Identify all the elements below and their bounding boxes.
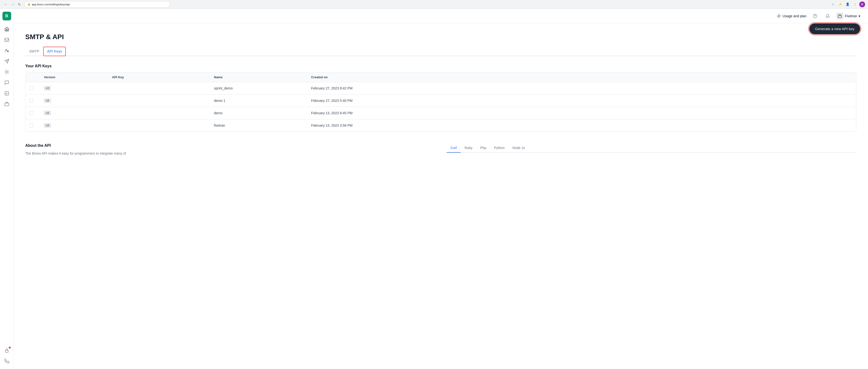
version-badge-0: v3 xyxy=(44,86,51,90)
generate-api-key-button[interactable]: Generate a new API key xyxy=(809,23,860,34)
sidebar-item-integrations[interactable] xyxy=(2,99,12,109)
back-button[interactable]: ← xyxy=(3,1,9,7)
notification-icon[interactable] xyxy=(824,12,832,20)
code-tab-ruby[interactable]: Ruby xyxy=(461,143,476,153)
sidebar-item-send[interactable] xyxy=(2,56,12,66)
svg-point-1 xyxy=(6,49,7,50)
cell-apikey-3 xyxy=(108,121,210,129)
browser-right: ☆ ⚡ 👤 ⋮ R xyxy=(830,1,865,7)
svg-rect-6 xyxy=(5,350,8,352)
code-tab-curl[interactable]: Curl xyxy=(446,143,461,153)
table-row: v3 sprint_demo February 27, 2023 8:42 PM xyxy=(26,82,856,94)
menu-icon[interactable]: ⋮ xyxy=(852,1,858,7)
cell-created-1: February 27, 2023 5:40 PM xyxy=(307,95,856,107)
table-header: Version API Key Name Created on xyxy=(26,73,856,82)
code-tabs: Curl Ruby Php Python Node Js xyxy=(446,143,856,153)
sidebar-item-automation[interactable] xyxy=(2,67,12,77)
api-keys-section: Your API Keys Version API Key Name Creat… xyxy=(25,64,856,132)
code-tab-php[interactable]: Php xyxy=(476,143,490,153)
lock-icon: 🔒 xyxy=(27,3,30,6)
code-tab-nodejs[interactable]: Node Js xyxy=(508,143,529,153)
help-icon[interactable] xyxy=(811,12,819,20)
col-created-on: Created on xyxy=(307,73,856,82)
usage-plan-icon xyxy=(777,14,781,18)
sidebar-bottom xyxy=(2,346,12,366)
browser-nav: ← → ↻ xyxy=(3,1,22,7)
sidebar-logo[interactable]: B xyxy=(2,12,11,21)
cell-created-3: February 13, 2023 3:56 PM xyxy=(307,120,856,131)
usage-plan-label: Usage and plan xyxy=(782,14,806,18)
row-checkbox-0[interactable] xyxy=(29,86,33,90)
version-badge-2: v3 xyxy=(44,111,51,115)
cell-version-3: v3 xyxy=(40,119,108,132)
table-row: v3 fivetran February 13, 2023 3:56 PM xyxy=(26,119,856,132)
row-checkbox-1[interactable] xyxy=(29,99,33,103)
api-keys-section-title: Your API Keys xyxy=(25,64,856,68)
cell-name-1: demo 1 xyxy=(210,95,307,107)
url-text: app.brevo.com/settings/keys/api xyxy=(32,3,70,6)
extension-icon[interactable]: ⚡ xyxy=(837,1,843,7)
sidebar-item-security[interactable] xyxy=(2,346,12,356)
cell-checkbox-3[interactable] xyxy=(26,120,40,131)
sidebar-item-conversations[interactable] xyxy=(2,78,12,87)
sidebar-item-campaigns[interactable] xyxy=(2,35,12,45)
api-table: Version API Key Name Created on v3 sprin… xyxy=(25,72,856,132)
row-checkbox-3[interactable] xyxy=(29,123,33,127)
about-title: About the API xyxy=(25,143,435,148)
svg-point-7 xyxy=(813,14,817,18)
table-row: v3 demo February 13, 2023 8:45 PM xyxy=(26,107,856,119)
cell-created-2: February 13, 2023 8:45 PM xyxy=(307,107,856,119)
svg-rect-5 xyxy=(5,103,9,106)
page-content: SMTP & API SMTP API Keys Generate a new … xyxy=(13,23,868,369)
cell-name-0: sprint_demo xyxy=(210,82,307,94)
table-row: v3 demo 1 February 27, 2023 5:40 PM xyxy=(26,94,856,107)
sidebar-item-reports[interactable] xyxy=(2,88,12,98)
refresh-button[interactable]: ↻ xyxy=(17,1,22,7)
browser-chrome: ← → ↻ 🔒 app.brevo.com/settings/keys/api … xyxy=(0,0,868,9)
svg-rect-0 xyxy=(5,38,9,41)
org-selector[interactable]: Fivetran ▾ xyxy=(836,12,860,20)
cell-name-3: fivetran xyxy=(210,120,307,131)
cell-version-1: v3 xyxy=(40,94,108,107)
sidebar: B xyxy=(0,9,13,369)
about-description: The Brevo API makes it easy for programm… xyxy=(25,151,435,156)
col-name: Name xyxy=(210,73,307,82)
row-checkbox-2[interactable] xyxy=(29,111,33,115)
bookmark-icon[interactable]: ☆ xyxy=(830,1,836,7)
sidebar-item-phone[interactable] xyxy=(2,357,12,366)
cell-name-2: demo xyxy=(210,107,307,119)
cell-checkbox-1[interactable] xyxy=(26,95,40,107)
version-badge-3: v3 xyxy=(44,123,51,127)
usage-plan-link[interactable]: Usage and plan xyxy=(777,14,806,18)
content-area: Usage and plan Fivetran ▾ SMTP & API SMT… xyxy=(13,9,868,369)
col-checkbox xyxy=(26,73,40,82)
svg-point-3 xyxy=(6,72,7,73)
version-badge-1: v3 xyxy=(44,98,51,103)
cell-checkbox-2[interactable] xyxy=(26,107,40,119)
address-bar[interactable]: 🔒 app.brevo.com/settings/keys/api xyxy=(24,1,170,7)
profile-icon[interactable]: 👤 xyxy=(845,1,850,7)
about-section: About the API The Brevo API makes it eas… xyxy=(25,143,856,156)
tab-smtp[interactable]: SMTP xyxy=(25,47,43,56)
code-tab-python[interactable]: Python xyxy=(490,143,508,153)
cell-created-0: February 27, 2023 8:42 PM xyxy=(307,82,856,94)
svg-rect-8 xyxy=(838,15,841,17)
sidebar-item-contacts[interactable] xyxy=(2,46,12,55)
user-avatar[interactable]: R xyxy=(859,1,865,7)
org-label: Fivetran xyxy=(845,14,857,18)
org-chevron: ▾ xyxy=(859,14,860,18)
tabs: SMTP API Keys xyxy=(25,47,856,56)
security-badge xyxy=(9,347,11,348)
sidebar-item-home[interactable] xyxy=(2,24,12,34)
about-text-panel: About the API The Brevo API makes it eas… xyxy=(25,143,435,156)
col-version: Version xyxy=(40,73,108,82)
org-icon xyxy=(836,12,843,20)
tab-api-keys[interactable]: API Keys xyxy=(43,47,66,56)
top-header: Usage and plan Fivetran ▾ xyxy=(13,9,868,23)
cell-version-0: v3 xyxy=(40,82,108,94)
cell-apikey-1 xyxy=(108,97,210,105)
col-api-key: API Key xyxy=(108,73,210,82)
code-panel: Curl Ruby Php Python Node Js xyxy=(446,143,856,156)
cell-checkbox-0[interactable] xyxy=(26,82,40,94)
forward-button[interactable]: → xyxy=(10,1,16,7)
